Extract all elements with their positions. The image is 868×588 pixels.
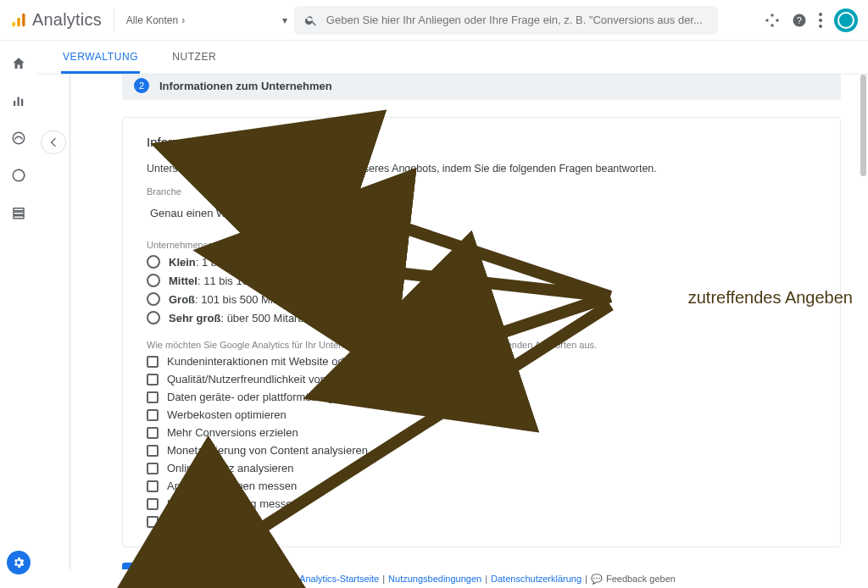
configure-icon[interactable] [11,205,26,220]
usage-option-1[interactable]: Qualität/Nutzerfreundlichkeit von Websit… [147,373,816,386]
back-chip[interactable] [41,130,66,154]
usage-option-2[interactable]: Daten geräte- oder plattformübergreifend… [147,391,816,403]
checkbox-icon [147,374,159,386]
step-number-badge: 2 [134,78,149,93]
left-rail [0,41,37,588]
step-header[interactable]: 2 Informationen zum Unternehmen [122,75,841,100]
checkbox-icon [147,391,159,403]
industry-label: Branche [147,186,816,197]
scrollbar-thumb[interactable] [860,75,866,176]
search-input[interactable] [326,14,708,26]
svg-point-9 [819,13,822,16]
usage-option-0[interactable]: Kundeninteraktionen mit Website oder App… [147,355,816,368]
checkbox-icon [147,427,159,439]
svg-text:?: ? [797,14,802,25]
chevron-right-icon: › [181,14,185,26]
usage-option-label: App-Installationen messen [167,480,297,492]
usage-option-label: Daten geräte- oder plattformübergreifend… [167,391,426,403]
usage-option-8[interactable]: Lead-Generierung messen [147,497,816,510]
account-picker[interactable]: Alle Konten › ▾ [126,14,287,26]
svg-rect-0 [13,21,15,26]
logo-text: Analytics [32,10,102,30]
step-timeline [70,75,70,588]
svg-rect-4 [766,19,769,21]
svg-point-15 [13,132,25,144]
arrow-left-icon [47,136,60,149]
search-field[interactable] [294,6,718,35]
app-header: Analytics Alle Konten › ▾ ? [0,0,868,41]
logo[interactable]: Analytics [10,10,102,30]
card-heading: Informationen zum Unternehmen [147,135,816,149]
business-info-card: Informationen zum Unternehmen Unterstütz… [122,117,841,547]
usage-option-label: Kundeninteraktionen mit Website oder App… [167,355,435,368]
usage-option-label: Lead-Generierung messen [167,497,298,510]
checkbox-icon [147,356,159,368]
card-lead: Unterstützen Sie uns bei der Verbesserun… [147,163,816,175]
caret-down-icon: ▾ [282,14,287,26]
checkbox-icon [147,480,159,492]
admin-gear-button[interactable] [7,551,31,574]
industry-dropdown[interactable]: Genau einen Wert auswählen ▾ [147,202,309,225]
size-option-0[interactable]: Klein: 1 bis 10 Mitarbeiter [147,255,816,269]
footer-feedback[interactable]: Feedback geben [606,574,676,584]
svg-rect-1 [17,17,19,26]
usage-option-4[interactable]: Mehr Conversions erzielen [147,426,816,439]
usage-option-7[interactable]: App-Installationen messen [147,480,816,492]
content-column: 2 Informationen zum Unternehmen Informat… [37,75,868,588]
footer-link-start[interactable]: Analytics-Startseite [299,574,379,584]
footer-link-privacy[interactable]: Datenschutzerklärung [491,574,581,584]
analytics-logo-icon [10,12,27,29]
reports-icon[interactable] [11,93,26,108]
usage-option-6[interactable]: Onlineumsatz analysieren [147,462,816,474]
radio-icon [147,274,160,287]
size-label: Unternehmensgröße [147,240,816,250]
feedback-icon: 💬 [591,574,603,585]
svg-rect-13 [18,97,19,107]
main-area: VERWALTUNG NUTZER 2 Informationen zum Un… [37,41,868,588]
checkbox-icon [147,516,159,528]
tab-verwaltung[interactable]: VERWALTUNG [61,41,140,74]
tab-nutzer[interactable]: NUTZER [170,41,218,74]
footer: ©2022 Google | Analytics-Startseite | Nu… [37,569,868,588]
svg-point-10 [819,19,822,22]
size-option-3[interactable]: Sehr groß: über 500 Mitarbeiter [147,311,816,325]
checkbox-icon [147,498,159,510]
checkbox-icon [147,445,159,457]
svg-rect-3 [771,14,774,16]
admin-tabs: VERWALTUNG NUTZER [37,41,868,75]
usage-option-9[interactable]: Sonstiges [147,515,816,528]
usage-option-label: Mehr Conversions erzielen [167,426,298,439]
svg-rect-12 [14,101,15,106]
usage-question: Wie möchten Sie Google Analytics für Ihr… [147,340,816,350]
explore-icon[interactable] [11,130,26,146]
usage-option-5[interactable]: Monetarisierung von Content analysieren [147,444,816,457]
usage-options: Kundeninteraktionen mit Website oder App… [147,355,816,528]
svg-rect-18 [14,212,24,214]
footer-link-terms[interactable]: Nutzungsbedingungen [388,574,481,584]
usage-option-label: Werbekosten optimieren [167,408,287,421]
usage-option-label: Onlineumsatz analysieren [167,462,294,474]
radio-icon [147,311,160,325]
svg-rect-17 [14,208,24,211]
gear-icon [12,556,25,569]
svg-rect-6 [771,24,774,26]
annotation-label: zutreffendes Angeben [688,288,853,308]
divider [114,8,114,32]
home-icon[interactable] [11,56,26,71]
checkbox-icon [147,409,159,421]
checkbox-icon [147,463,159,474]
advertising-icon[interactable] [11,168,26,183]
svg-rect-14 [21,99,23,106]
size-option-1[interactable]: Mittel: 11 bis 100 Mitarbeiter [147,274,816,287]
svg-rect-5 [776,19,779,21]
avatar[interactable] [834,8,858,32]
radio-icon [147,292,160,306]
more-vert-icon[interactable] [819,13,822,28]
usage-option-label: Monetarisierung von Content analysieren [167,444,368,457]
usage-option-3[interactable]: Werbekosten optimieren [147,408,816,421]
account-picker-label: Alle Konten [126,14,178,26]
diamond-apps-icon[interactable] [765,13,780,28]
caret-down-icon: ▾ [300,207,306,219]
usage-option-label: Sonstiges [167,515,215,528]
help-icon[interactable]: ? [792,13,807,28]
